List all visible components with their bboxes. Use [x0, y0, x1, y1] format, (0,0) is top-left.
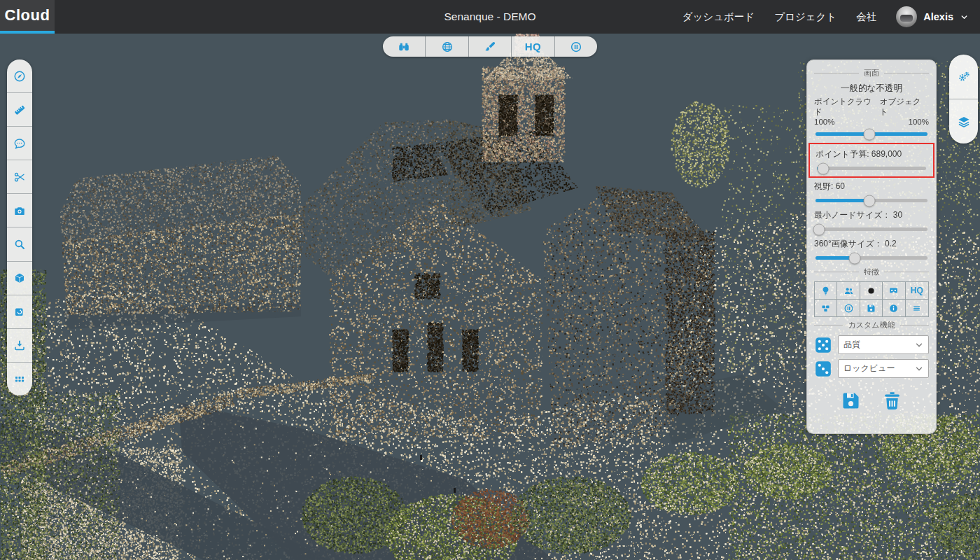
users-toggle[interactable] — [837, 282, 860, 300]
avatar — [896, 6, 917, 27]
fov-label: 視野: — [814, 181, 833, 191]
settings-panel: 画面 一般的な不透明 ポイントクラウド オブジェクト 100% 100% ポイン… — [806, 59, 937, 434]
opacity-heading: 一般的な不透明 — [814, 83, 929, 94]
point-style-toggle[interactable] — [860, 282, 883, 300]
download-button[interactable] — [7, 329, 32, 363]
cube-icon — [13, 272, 26, 284]
save-view-button[interactable] — [839, 389, 862, 412]
navbar: Cloud Senanque - DEMO ダッシュボード プロジェクト 会社 … — [0, 0, 980, 34]
menu-feature-button[interactable] — [906, 300, 928, 316]
camera-icon — [13, 204, 26, 217]
ruler-icon — [13, 104, 26, 116]
save-feature-button[interactable] — [860, 300, 883, 316]
min-node-value: 30 — [893, 210, 902, 220]
min-node-slider[interactable] — [816, 227, 927, 231]
nav-company[interactable]: 会社 — [856, 10, 876, 24]
point-budget-label: ポイント予算: — [816, 149, 869, 159]
lighting-toggle[interactable] — [815, 282, 837, 300]
apps-grid-icon — [13, 372, 26, 385]
custom-section-header: カスタム機能 — [814, 320, 929, 330]
nav-dashboard[interactable]: ダッシュボード — [682, 10, 755, 24]
opacity-slider-handle[interactable] — [863, 128, 875, 140]
chevron-down-icon — [960, 13, 969, 22]
chevron-down-icon — [915, 341, 923, 349]
brush-icon — [484, 41, 496, 53]
blocks-toggle[interactable] — [815, 300, 837, 316]
features-section-header: 特徴 — [814, 267, 929, 277]
layers-button[interactable] — [949, 99, 978, 144]
pause-button[interactable] — [555, 36, 597, 57]
info-icon — [888, 303, 899, 314]
user-name: Alexis — [923, 11, 953, 22]
point-budget-value: 689,000 — [872, 149, 902, 159]
zoom-button[interactable] — [7, 227, 32, 261]
dice-icon[interactable] — [814, 336, 832, 354]
globe-icon — [441, 41, 454, 53]
pause-circle-icon — [570, 41, 582, 53]
globe-button[interactable] — [426, 36, 468, 57]
info-button[interactable] — [883, 300, 905, 316]
users-icon — [844, 286, 854, 296]
gears-icon — [957, 70, 971, 84]
quality-select-value: 品質 — [844, 339, 860, 351]
hq-feature-toggle[interactable]: HQ — [906, 282, 928, 300]
measure-button[interactable] — [7, 93, 32, 127]
compass-icon — [13, 70, 26, 83]
orientation-button[interactable] — [7, 59, 32, 93]
measure-binoculars-button[interactable] — [383, 36, 426, 57]
pause-feature-toggle[interactable] — [837, 300, 860, 316]
clip-button[interactable] — [7, 160, 32, 194]
view-toolbar: HQ — [383, 36, 597, 57]
trash-button[interactable] — [881, 389, 904, 412]
black-point-icon — [866, 286, 876, 296]
pointcloud-opacity-value: 100% — [814, 118, 834, 126]
min-node-slider-handle[interactable] — [813, 223, 825, 235]
brand-logo[interactable]: Cloud — [0, 0, 55, 34]
point-budget-slider-handle[interactable] — [818, 162, 830, 174]
user-menu[interactable]: Alexis — [896, 6, 969, 27]
settings-button[interactable] — [949, 55, 978, 99]
fov-slider[interactable] — [816, 199, 927, 202]
side-buttons — [949, 55, 978, 144]
screen-section-header: 画面 — [814, 68, 929, 78]
save-icon — [866, 303, 876, 314]
paint-button[interactable] — [469, 36, 512, 57]
rotate-view-button[interactable] — [7, 295, 32, 329]
pointcloud-label: ポイントクラウド — [814, 97, 880, 118]
lightbulb-icon — [820, 286, 831, 296]
image360-slider-handle[interactable] — [849, 252, 861, 264]
features-grid: HQ — [814, 281, 929, 317]
view-select-value: ロックビュー — [844, 363, 895, 374]
vr-toggle[interactable] — [883, 282, 905, 300]
image360-value: 0.2 — [885, 239, 897, 248]
image360-label: 360°画像サイズ： — [814, 239, 883, 248]
download-icon — [13, 339, 26, 351]
nav-projects[interactable]: プロジェクト — [774, 10, 836, 24]
blocks-icon — [820, 303, 831, 314]
image360-slider[interactable] — [816, 256, 927, 260]
hq-feature-label: HQ — [911, 286, 923, 295]
point-budget-slider[interactable] — [817, 167, 926, 170]
opacity-slider[interactable] — [816, 132, 927, 136]
binoculars-icon — [398, 41, 410, 53]
chevron-down-icon — [915, 365, 923, 373]
quality-select[interactable]: 品質 — [838, 335, 929, 354]
hq-label: HQ — [525, 41, 542, 52]
vr-goggles-icon — [888, 286, 899, 296]
point-budget-highlight: ポイント予算: 689,000 — [808, 143, 934, 178]
object-label: オブジェクト — [880, 97, 929, 118]
scissors-icon — [13, 171, 26, 183]
menu-bars-icon — [911, 303, 922, 314]
comment-icon — [13, 137, 26, 150]
screenshot-button[interactable] — [7, 194, 32, 227]
fov-slider-handle[interactable] — [863, 195, 875, 206]
apps-button[interactable] — [7, 363, 32, 396]
dice-icon[interactable] — [814, 360, 832, 378]
objects-button[interactable] — [7, 262, 32, 295]
left-toolbar — [7, 59, 32, 396]
annotation-button[interactable] — [7, 127, 32, 160]
rotate-view-icon — [13, 305, 26, 318]
hq-toggle-button[interactable]: HQ — [512, 36, 554, 57]
pause-circle-icon — [844, 303, 854, 314]
view-select[interactable]: ロックビュー — [838, 359, 929, 378]
